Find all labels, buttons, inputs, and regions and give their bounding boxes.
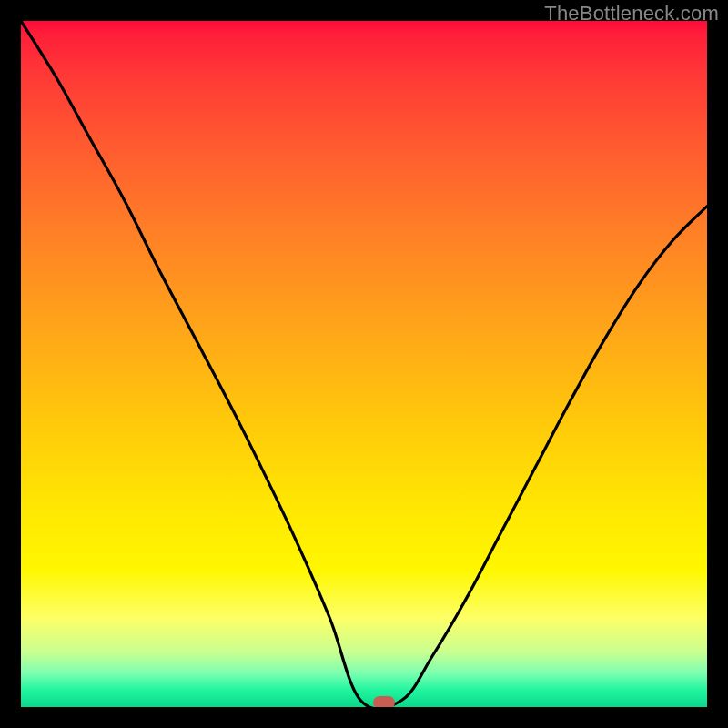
bottleneck-marker bbox=[373, 696, 395, 707]
bottleneck-curve bbox=[21, 21, 707, 707]
curve-svg bbox=[21, 21, 707, 707]
chart-frame: TheBottleneck.com bbox=[0, 0, 728, 728]
watermark-text: TheBottleneck.com bbox=[544, 2, 719, 25]
plot-area bbox=[21, 21, 707, 707]
